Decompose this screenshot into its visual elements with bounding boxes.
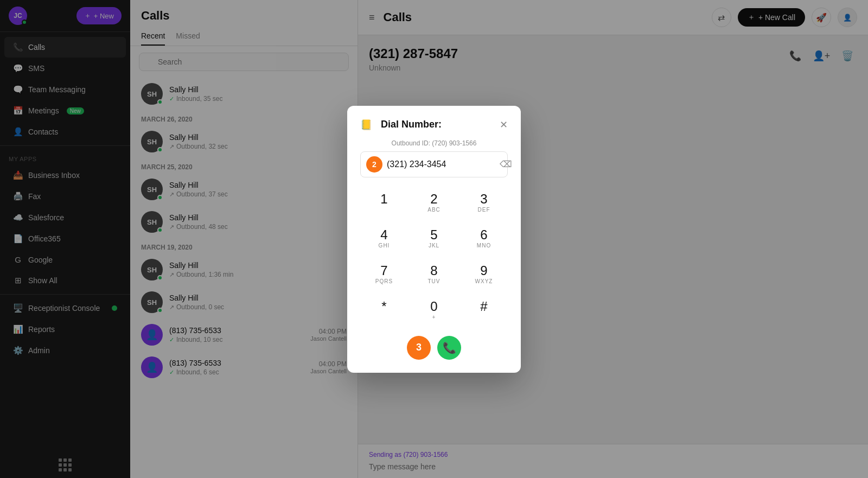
- dial-key-7[interactable]: 7PQRS: [360, 258, 408, 291]
- dial-key-5[interactable]: 5JKL: [410, 222, 458, 256]
- dial-key-star[interactable]: *: [360, 294, 408, 327]
- dial-key-9[interactable]: 9WXYZ: [460, 258, 508, 291]
- dial-keypad: 1 2ABC 3DEF 4GHI 5JKL 6MNO 7PQRS 8TUV 9W…: [360, 186, 508, 327]
- dial-key-1[interactable]: 1: [360, 186, 408, 220]
- outbound-id-label: Outbound ID: (720) 903-1566: [360, 139, 508, 147]
- dial-key-8[interactable]: 8TUV: [410, 258, 458, 291]
- dial-modal-title-row: 📒 Dial Number:: [360, 119, 442, 131]
- step-3-badge[interactable]: 3: [407, 336, 431, 360]
- step-2-badge: 2: [366, 156, 382, 173]
- dial-key-2[interactable]: 2ABC: [410, 186, 458, 220]
- dial-key-4[interactable]: 4GHI: [360, 222, 408, 256]
- dial-key-3[interactable]: 3DEF: [460, 186, 508, 220]
- dial-number-input[interactable]: [387, 160, 495, 169]
- dial-key-hash[interactable]: #: [460, 294, 508, 327]
- dial-modal-footer: 3 📞: [360, 336, 508, 360]
- dial-clear-button[interactable]: ⌫: [500, 159, 512, 169]
- phone-call-icon: 📞: [443, 341, 456, 354]
- dial-input-row: 2 ⌫: [360, 151, 508, 177]
- dial-key-0[interactable]: 0+: [410, 294, 458, 327]
- dial-call-button[interactable]: 📞: [437, 336, 461, 360]
- dial-key-6[interactable]: 6MNO: [460, 222, 508, 256]
- close-button[interactable]: ✕: [500, 119, 508, 131]
- contact-book-icon: 📒: [360, 119, 372, 131]
- modal-overlay[interactable]: 📒 Dial Number: ✕ Outbound ID: (720) 903-…: [0, 0, 868, 478]
- dial-modal: 📒 Dial Number: ✕ Outbound ID: (720) 903-…: [347, 106, 521, 373]
- dial-modal-title: Dial Number:: [381, 119, 442, 130]
- dial-modal-header: 📒 Dial Number: ✕: [360, 119, 508, 131]
